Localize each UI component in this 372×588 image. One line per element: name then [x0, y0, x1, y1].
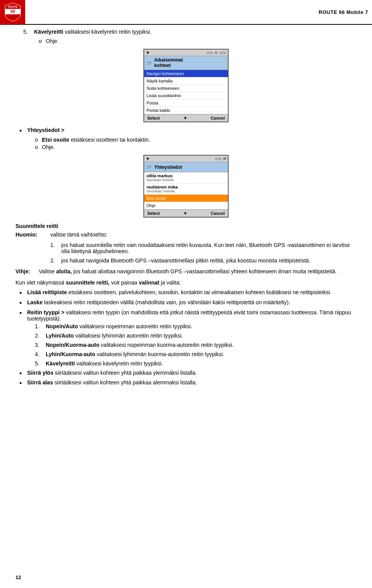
phone-screen-1: ▼ ◁ ▷ ⊙ ◁ ▷ ☞ Aikaisemmat kohteet Navigo…	[143, 49, 229, 122]
yhteystiedot-bullet: • Yhteystiedot >	[19, 127, 356, 135]
ohje-bullet-1: o Ohje.	[39, 38, 356, 44]
reitin-sub-1: 1. Nopein/Auto valitaksesi nopeimman aut…	[35, 323, 356, 329]
item-5-number: 5.	[23, 29, 34, 35]
reitin-sub-5: 5. Kävelyreitti valitaksesi kävelyretin …	[35, 360, 356, 367]
siirra-alas-bullet: • Siirrä alas siirtääksesi valitun kohte…	[19, 379, 356, 388]
phone-1-cancel[interactable]: Cancel	[211, 116, 225, 120]
phone-2-titlebar: ☞ Yhteystiedot	[144, 162, 228, 172]
phone-2-cancel[interactable]: Cancel	[211, 211, 225, 216]
svg-text:ROUTE: ROUTE	[8, 5, 17, 8]
phone-2-menu-item-2[interactable]: Ohje	[144, 202, 228, 209]
phone-screen-2: ▼ ◁ ▷ ✉ ☞ Yhteystiedot ollila markus kai…	[143, 155, 229, 218]
page-header: ROUTE 66 ROUTE 66 Mobile 7	[0, 0, 372, 25]
reitin-sub-4: 4. Lyhin/Kuorma-auto valitaksesi lyhimmä…	[35, 351, 356, 357]
huomio-item-1-num: 1.	[50, 242, 61, 248]
siirra-ylos-bullet: • Siirrä ylös siirtääksesi valitun kohte…	[19, 370, 356, 378]
item-5-text: Kävelyreitti valitaksesi kävelyretin rei…	[34, 29, 356, 35]
logo: ROUTE 66	[0, 0, 25, 24]
vihje-block: Vihje: Valitse aloita, jos haluat aloitt…	[16, 267, 356, 276]
suunnittele-header: Suunnittele reitti	[16, 223, 58, 229]
ohje-text-1: Ohje.	[46, 38, 59, 44]
ohje-text-2: Ohje.	[42, 144, 55, 150]
vihje-text: Valitse aloita, jos haluat aloittaa navi…	[39, 267, 337, 276]
vihje-label: Vihje:	[16, 267, 39, 276]
huomio-text: valitse tämä vaihtoehto:	[50, 231, 107, 239]
phone-1-menu-item-2[interactable]: Näytä kartalla	[144, 77, 228, 85]
main-content: 5. Kävelyreitti valitaksesi kävelyretin …	[0, 25, 372, 397]
header-title: ROUTE 66 Mobile 7	[319, 9, 368, 15]
phone-2-footer: Select ▼ Cancel	[144, 209, 228, 217]
phone-1-menu-item-1[interactable]: Navigoi kohteeseen	[144, 70, 228, 77]
phone-1-select[interactable]: Select	[147, 116, 160, 120]
laske-bullet: • Laske laskeaksesi reitin reittipisteid…	[19, 299, 356, 308]
page-number: 12	[16, 574, 21, 580]
phone-screenshot-1: ▼ ◁ ▷ ⊙ ◁ ▷ ☞ Aikaisemmat kohteet Navigo…	[16, 49, 356, 122]
phone-2-select[interactable]: Select	[147, 211, 160, 216]
yhteystiedot-label: Yhteystiedot >	[27, 127, 64, 133]
phone-1-menu-item-5[interactable]: Poista	[144, 99, 228, 107]
reitin-tyyppi-bullet: • Reitin tyyppi > valitaksesi reitin tyy…	[19, 309, 356, 322]
phone-2-contact-1: ollila markus kaivokatu helsinki	[144, 172, 228, 183]
phone-1-menu-item-3[interactable]: Soita kohteeseen	[144, 85, 228, 92]
phone-2-title: Yhteystiedot	[154, 165, 182, 170]
phone-1-cursor-icon: ☞	[146, 59, 152, 67]
phone-1-menu-item-4[interactable]: Lisää suosikkeihin	[144, 92, 228, 99]
phone-2-contact-2: rautiainen mika simonkatu helsinki	[144, 183, 228, 195]
phone-1-title-line2: kohteet	[154, 63, 183, 68]
phone-1-title-line1: Aikaisemmat	[154, 57, 183, 63]
huomio-item-2-num: 2.	[50, 257, 61, 264]
phone-1-menu-item-6[interactable]: Poista kaikki	[144, 107, 228, 114]
lisaa-reittipiste-bullet: • Lisää reittipiste etsiäksesi osoitteen…	[19, 289, 356, 298]
route66-logo-icon: ROUTE 66	[3, 2, 22, 22]
etsi-osoite-bullet: o Etsi osoite etsiäksesi osoitteen tai k…	[35, 137, 356, 143]
item-5-label: Kävelyreitti	[34, 29, 63, 35]
reitin-sub-3: 3. Nopein/Kuorma-auto valitaksesi nopeim…	[35, 342, 356, 348]
huomio-item-2-text: jos haluat navigoida Bluetooth GPS –vast…	[61, 257, 310, 264]
huomio-item-1: 1. jos haluat suunnitella reitin vain no…	[50, 242, 356, 254]
kun-olet-text: Kun olet näkymässä suunnittele reitti, v…	[16, 279, 356, 287]
phone-1-arrow-icon: ▼	[183, 116, 188, 120]
huomio-item-2: 2. jos haluat navigoida Bluetooth GPS –v…	[50, 257, 356, 264]
phone-2-header: ▼ ◁ ▷ ✉	[144, 156, 228, 162]
suunnittele-section: Suunnittele reitti Huomio: valitse tämä …	[16, 223, 356, 387]
svg-text:66: 66	[10, 9, 15, 14]
phone-1-header: ▼ ◁ ▷ ⊙ ◁ ▷	[144, 50, 228, 56]
phone-screenshot-2: ▼ ◁ ▷ ✉ ☞ Yhteystiedot ollila markus kai…	[16, 155, 356, 218]
reitin-sub-2: 2. Lyhin/Auto valitaksesi lyhimmän autor…	[35, 333, 356, 339]
ohje-bullet-2: o Ohje.	[35, 144, 356, 150]
item-5: 5. Kävelyreitti valitaksesi kävelyretin …	[23, 29, 356, 35]
huomio-label: Huomio:	[16, 231, 50, 239]
phone-1-footer: Select ▼ Cancel	[144, 114, 228, 122]
phone-2-cursor-icon: ☞	[146, 163, 152, 171]
huomio-item-1-text: jos haluat suunnitella reitin vain nouda…	[61, 242, 356, 254]
phone-2-arrow-icon: ▼	[183, 211, 188, 216]
phone-1-titlebar: ☞ Aikaisemmat kohteet	[144, 56, 228, 70]
phone-2-menu-item-1[interactable]: Etsi osoite	[144, 195, 228, 202]
huomio-block: Huomio: valitse tämä vaihtoehto:	[16, 231, 356, 239]
